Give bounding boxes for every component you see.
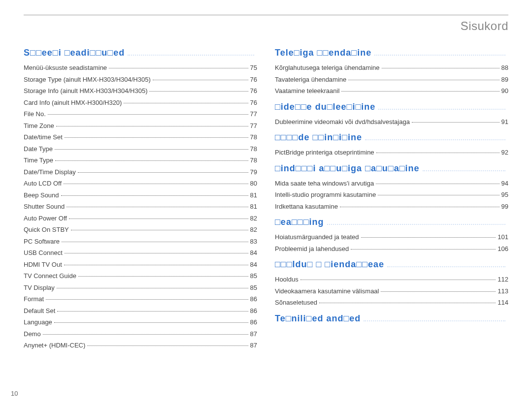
toc-page: 94 — [501, 179, 508, 188]
right-column: Tele□iga □□enda□ineKõrglahutusega teleri… — [275, 42, 508, 352]
toc-row: Hoiatusmärguanded ja teated101 — [275, 232, 508, 242]
toc-page: 95 — [501, 190, 508, 200]
toc-label: Date/Time Display — [24, 167, 76, 177]
section-label: S□□ee□i □eadi□□u□ed — [24, 48, 125, 58]
leader-dots — [55, 160, 248, 161]
toc-label: Date/time Set — [24, 132, 63, 142]
toc-row: Storage Info (ainult HMX-H303/H304/H305)… — [24, 86, 257, 96]
leader-dots — [300, 280, 496, 280]
leader-dots — [319, 303, 496, 303]
toc-row: Storage Type (ainult HMX-H303/H304/H305)… — [24, 75, 257, 85]
toc-page: 89 — [501, 75, 508, 85]
section-heading: Tele□iga □□enda□ine — [275, 48, 508, 58]
toc-page: 112 — [498, 275, 508, 284]
toc-label: Demo — [24, 329, 41, 339]
toc-row: HDMI TV Out84 — [24, 260, 257, 270]
toc-row: Menüü-üksuste seadistamine75 — [24, 63, 257, 73]
toc-page: 79 — [250, 167, 257, 177]
toc-label: Time Zone — [24, 121, 54, 131]
toc-page: 87 — [250, 341, 257, 350]
toc-row: Shutter Sound81 — [24, 202, 257, 212]
leader-dots — [412, 122, 499, 123]
leader-dots — [71, 230, 248, 230]
toc-label: Hoiatusmärguanded ja teated — [275, 232, 359, 242]
leader-dots — [65, 137, 248, 138]
leader-dots — [55, 149, 248, 150]
leader-dots — [54, 322, 248, 323]
toc-page: 113 — [498, 286, 508, 296]
toc-page: 76 — [250, 75, 257, 85]
page-title: Sisukord — [24, 19, 508, 33]
toc-label: TV Connect Guide — [24, 271, 76, 281]
leader-dots — [78, 276, 248, 277]
toc-page: 81 — [250, 202, 257, 212]
leader-dots — [376, 184, 499, 184]
toc-row: File No.77 — [24, 109, 257, 119]
section-label: □ide□□e du□lee□i□ine — [275, 102, 375, 112]
toc-row: PC Software83 — [24, 237, 257, 247]
toc-row: Dubleerimine videomaki või dvd/hdsalvest… — [275, 117, 508, 127]
toc-page: 78 — [250, 144, 257, 154]
section-label: □□□ldu□ □ □ienda□□eae — [275, 259, 384, 270]
leader-dots — [361, 237, 496, 238]
toc-row: Anynet+ (HDMI-CEC)87 — [24, 341, 257, 350]
leader-dots — [365, 139, 505, 140]
toc-label: Menüü-üksuste seadistamine — [24, 63, 107, 73]
section-heading: Te□nili□ed and□ed — [275, 313, 508, 324]
toc-page: 78 — [250, 132, 257, 142]
toc-page: 78 — [250, 156, 257, 165]
toc-row: Vaatamine teleekraanil90 — [275, 86, 508, 96]
leader-dots — [376, 153, 499, 153]
toc-page: 86 — [250, 294, 257, 304]
leader-dots — [348, 80, 499, 80]
leader-dots — [364, 320, 505, 321]
leader-dots — [381, 291, 496, 292]
toc-label: PC Software — [24, 237, 60, 247]
toc-page: 75 — [250, 63, 257, 73]
leader-dots — [57, 311, 248, 312]
toc-page: 106 — [498, 244, 508, 254]
toc-row: Videokaamera kasutamine välismaal113 — [275, 286, 508, 296]
leader-dots — [43, 334, 248, 335]
leader-dots — [341, 91, 499, 92]
toc-row: Card Info (ainult HMX-H300/H320)76 — [24, 98, 257, 108]
leader-dots — [340, 207, 499, 207]
toc-row: Auto Power Off82 — [24, 214, 257, 223]
toc-row: TV Connect Guide85 — [24, 271, 257, 281]
toc-page: 90 — [501, 86, 508, 96]
toc-page: 80 — [250, 179, 257, 188]
toc-row: PictBridge printeriga otseprintimine92 — [275, 148, 508, 157]
toc-page: 88 — [501, 63, 508, 73]
leader-dots — [374, 55, 505, 56]
toc-label: Time Type — [24, 156, 53, 165]
leader-dots — [57, 288, 248, 288]
leader-dots — [153, 80, 248, 80]
toc-label: Dubleerimine videomaki või dvd/hdsalvest… — [275, 117, 410, 127]
toc-label: TV Display — [24, 283, 55, 293]
leader-dots — [128, 55, 254, 56]
toc-row: Quick On STBY82 — [24, 225, 257, 235]
toc-row: Auto LCD Off80 — [24, 179, 257, 188]
toc-label: Storage Info (ainult HMX-H303/H304/H305) — [24, 86, 147, 96]
toc-page: 77 — [250, 121, 257, 131]
toc-row: Intelli-studio programmi kasutamine95 — [275, 190, 508, 200]
toc-page: 76 — [250, 86, 257, 96]
toc-row: Mida saate teha windows'i arvutiga94 — [275, 179, 508, 188]
page: Sisukord S□□ee□i □eadi□□u□edMenüü-üksust… — [0, 0, 532, 362]
toc-page: 84 — [250, 260, 257, 270]
toc-label: Sõnaseletused — [275, 298, 317, 308]
toc-row: Sõnaseletused114 — [275, 298, 508, 308]
leader-dots — [382, 68, 499, 68]
toc-label: File No. — [24, 109, 46, 119]
toc-label: Card Info (ainult HMX-H300/H320) — [24, 98, 122, 108]
toc-page: 86 — [250, 317, 257, 327]
toc-page: 85 — [250, 271, 257, 281]
page-number: 10 — [11, 390, 18, 397]
toc-label: PictBridge printeriga otseprintimine — [275, 148, 374, 157]
toc-page: 99 — [501, 202, 508, 212]
toc-row: Hooldus112 — [275, 275, 508, 284]
leader-dots — [78, 172, 248, 173]
section-heading: S□□ee□i □eadi□□u□ed — [24, 48, 257, 58]
leader-dots — [62, 242, 248, 242]
toc-label: USB Connect — [24, 248, 63, 258]
